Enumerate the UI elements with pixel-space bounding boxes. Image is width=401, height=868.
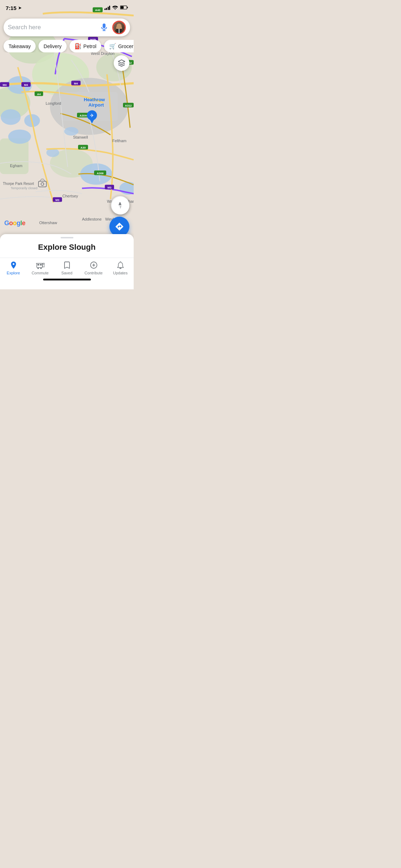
saved-label: Saved (61, 271, 72, 275)
nav-item-contribute[interactable]: Contribute (80, 261, 107, 275)
home-indicator (43, 279, 91, 280)
search-placeholder: Search here (8, 24, 99, 31)
status-time: 7:15 ➤ (6, 5, 21, 11)
svg-text:A308: A308 (97, 172, 104, 175)
google-logo: Google (4, 219, 25, 227)
saved-icon (63, 261, 71, 269)
svg-rect-82 (37, 264, 39, 265)
chip-groceries[interactable]: 🛒 Groceries (104, 40, 134, 52)
groceries-icon: 🛒 (109, 43, 116, 50)
takeaway-label: Takeaway (9, 43, 31, 49)
petrol-icon: ⛽ (74, 43, 82, 50)
category-chips: Takeaway Delivery ⛽ Petrol 🛒 Groceries (0, 40, 134, 52)
svg-rect-75 (116, 29, 119, 33)
nav-item-saved[interactable]: Saved (53, 261, 80, 275)
signal-strength-icon (104, 6, 110, 10)
svg-rect-2 (127, 7, 128, 8)
chip-delivery[interactable]: Delivery (38, 40, 67, 52)
svg-text:A30: A30 (81, 146, 86, 149)
delivery-label: Delivery (43, 43, 62, 49)
user-avatar[interactable] (112, 21, 126, 34)
wifi-icon (112, 5, 118, 11)
svg-text:Stanwell: Stanwell (73, 135, 88, 139)
map-layers-button[interactable] (114, 55, 129, 71)
groceries-label: Groceries (118, 43, 134, 49)
svg-text:A312: A312 (125, 104, 132, 107)
sheet-handle (61, 237, 73, 238)
svg-text:A4: A4 (37, 93, 41, 96)
svg-text:Feltham: Feltham (112, 139, 127, 143)
battery-icon (120, 5, 128, 11)
svg-text:Longford: Longford (46, 101, 61, 105)
explore-icon (9, 261, 18, 269)
bottom-navigation: Explore Commute Saved (0, 258, 134, 277)
svg-point-14 (1, 109, 21, 125)
svg-text:Heathrow: Heathrow (84, 97, 105, 102)
explore-label: Explore (7, 271, 20, 275)
svg-rect-76 (119, 29, 122, 33)
status-icons (104, 5, 128, 11)
contribute-label: Contribute (84, 271, 103, 275)
chip-petrol[interactable]: ⛽ Petrol (70, 40, 102, 52)
bottom-sheet: Explore Slough Explore Commute (0, 234, 134, 289)
svg-text:✈: ✈ (90, 113, 94, 118)
nav-item-updates[interactable]: Updates (107, 261, 134, 275)
svg-rect-68 (103, 24, 106, 28)
search-bar[interactable]: Search here (4, 19, 130, 36)
svg-point-87 (40, 268, 42, 269)
updates-icon (116, 261, 125, 269)
svg-text:Addlestone: Addlestone (82, 217, 102, 221)
svg-rect-89 (42, 263, 45, 267)
chip-takeaway[interactable]: Takeaway (4, 40, 36, 52)
svg-text:Thorpe Park Resort: Thorpe Park Resort (3, 182, 34, 186)
explore-title: Explore Slough (0, 243, 134, 252)
svg-point-16 (8, 130, 31, 144)
petrol-label: Petrol (83, 43, 97, 49)
svg-rect-9 (0, 139, 29, 174)
svg-text:M3: M3 (107, 186, 112, 189)
svg-point-0 (114, 9, 115, 10)
svg-text:Temporarily closed: Temporarily closed (11, 186, 37, 190)
location-arrow-icon: ➤ (18, 6, 21, 10)
updates-label: Updates (113, 271, 128, 275)
svg-rect-83 (40, 264, 42, 265)
svg-rect-3 (120, 6, 124, 9)
svg-text:Ottershaw: Ottershaw (39, 221, 57, 225)
nav-item-commute[interactable]: Commute (27, 261, 53, 275)
directions-button[interactable] (109, 217, 129, 237)
svg-text:M4: M4 (2, 83, 7, 87)
svg-text:M3: M3 (55, 198, 60, 202)
svg-text:Egham: Egham (10, 164, 22, 168)
svg-text:Airport: Airport (88, 102, 104, 108)
svg-text:A3044: A3044 (79, 114, 88, 117)
commute-label: Commute (32, 271, 49, 275)
svg-text:M4: M4 (24, 83, 28, 87)
nav-item-explore[interactable]: Explore (0, 261, 27, 275)
svg-rect-81 (37, 263, 42, 268)
svg-point-86 (37, 268, 39, 269)
svg-text:Chertsey: Chertsey (62, 194, 78, 198)
contribute-icon (89, 261, 98, 269)
svg-point-19 (64, 127, 78, 136)
microphone-icon[interactable] (99, 22, 109, 33)
svg-text:M4: M4 (74, 82, 78, 85)
current-location-button[interactable] (112, 197, 129, 215)
commute-icon (36, 261, 45, 269)
status-bar: 7:15 ➤ (0, 0, 134, 16)
